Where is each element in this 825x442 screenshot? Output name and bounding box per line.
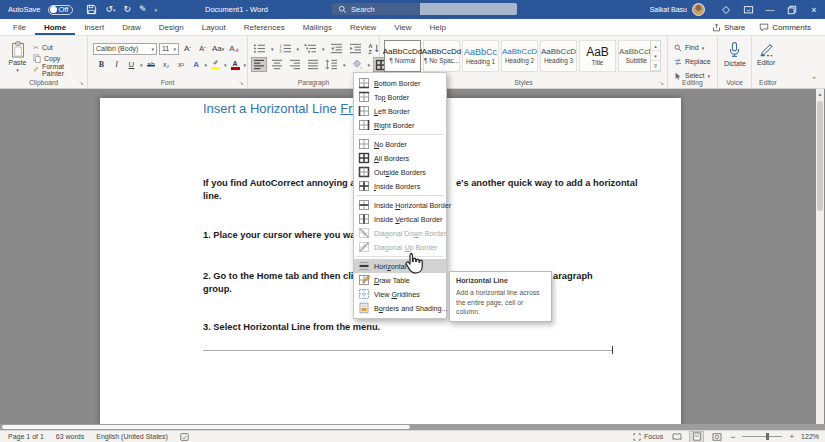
find-button[interactable]: Find▾	[674, 42, 711, 53]
font-color-dropdown-icon[interactable]: ▾	[244, 62, 247, 68]
menu-item-view-gridlines[interactable]: View Gridlines	[354, 287, 446, 301]
share-button[interactable]: Share	[712, 23, 745, 32]
word-count[interactable]: 63 words	[56, 433, 84, 440]
paste-dropdown-icon[interactable]: ▾	[16, 67, 19, 73]
justify-button[interactable]	[306, 58, 320, 71]
menu-item-draw-table[interactable]: Draw Table	[354, 273, 446, 287]
shrink-font-button[interactable]: Aˇ	[196, 42, 209, 55]
undo-icon[interactable]: ↺▾	[105, 5, 115, 14]
strikethrough-button[interactable]: ab	[145, 58, 158, 71]
change-case-button[interactable]: Aa▾	[211, 42, 225, 55]
text-effects-button[interactable]: A	[190, 58, 203, 71]
menu-item-top-border[interactable]: Top Border	[354, 90, 446, 104]
highlight-button[interactable]: ✐	[209, 58, 222, 71]
styles-scroll-up-icon[interactable]: ▴	[651, 41, 660, 51]
shading-dropdown-icon[interactable]: ▾	[368, 62, 371, 68]
user-name[interactable]: Saikat Basu	[650, 6, 687, 13]
collapse-ribbon-icon[interactable]: ⌃	[811, 76, 817, 84]
superscript-button[interactable]: x²	[175, 58, 188, 71]
bullet-list-button[interactable]	[252, 42, 267, 55]
restore-button[interactable]	[781, 0, 803, 19]
clear-formatting-button[interactable]: A◢	[227, 42, 240, 55]
tab-view[interactable]: View	[385, 19, 420, 35]
coming-soon-icon[interactable]	[715, 0, 737, 19]
sort-button[interactable]: AZ	[367, 42, 381, 55]
vertical-scrollbar[interactable]: ▲	[816, 89, 824, 424]
editor-button[interactable]: Editor	[757, 41, 775, 66]
font-size-combo[interactable]: 11▾	[159, 43, 179, 55]
clipboard-dialog-launcher-icon[interactable]: ↘	[79, 79, 84, 86]
autosave-toggle[interactable]: Off	[48, 5, 74, 15]
menu-item-left-border[interactable]: Left Border	[354, 104, 446, 118]
zoom-in-button[interactable]: +	[789, 432, 794, 441]
zoom-slider-thumb[interactable]	[766, 433, 769, 440]
format-painter-button[interactable]: ✐Format Painter	[33, 64, 87, 75]
font-name-combo[interactable]: Calibri (Body)▾	[93, 43, 157, 55]
style-card-normal[interactable]: AaBbCcDd¶ Normal	[384, 40, 421, 72]
font-color-button[interactable]: A	[229, 58, 242, 71]
pen-icon[interactable]: ✎	[139, 5, 147, 14]
menu-item-no-border[interactable]: No Border	[354, 137, 446, 151]
replace-button[interactable]: Replace	[674, 56, 711, 67]
search-box[interactable]: Search	[332, 3, 517, 15]
underline-dropdown-icon[interactable]: ▾	[140, 62, 143, 68]
grow-font-button[interactable]: Aˆ	[181, 42, 194, 55]
zoom-slider[interactable]	[742, 436, 782, 437]
focus-mode-button[interactable]: Focus	[633, 433, 663, 441]
page-count[interactable]: Page 1 of 1	[8, 433, 44, 440]
style-card-heading-3[interactable]: AaBbCcDHeading 3	[540, 40, 577, 72]
zoom-level[interactable]: 122%	[801, 433, 819, 440]
menu-item-outside-borders[interactable]: Outside Borders	[354, 165, 446, 179]
print-layout-icon[interactable]	[690, 432, 703, 442]
tab-draw[interactable]: Draw	[113, 19, 150, 35]
menu-item-horizontal-line[interactable]: Horizontal Line	[354, 259, 446, 273]
multilevel-list-button[interactable]	[303, 42, 318, 55]
subscript-button[interactable]: x₂	[160, 58, 173, 71]
menu-item-borders-and-shading[interactable]: Borders and Shading...	[354, 301, 446, 315]
scroll-up-icon[interactable]: ▲	[816, 91, 824, 97]
increase-indent-button[interactable]	[348, 42, 363, 55]
tab-review[interactable]: Review	[341, 19, 385, 35]
tab-design[interactable]: Design	[150, 19, 193, 35]
proofing-icon[interactable]	[180, 433, 189, 441]
comments-button[interactable]: Comments	[759, 23, 811, 32]
style-card-title[interactable]: AaBTitle	[579, 40, 616, 72]
cut-button[interactable]: ✂Cut	[33, 42, 53, 53]
tab-insert[interactable]: Insert	[75, 19, 113, 35]
menu-item-inside-vertical-border[interactable]: Inside Vertical Border	[354, 212, 446, 226]
read-mode-icon[interactable]	[670, 432, 683, 442]
text-effects-dropdown-icon[interactable]: ▾	[205, 62, 208, 68]
align-left-button[interactable]	[252, 58, 266, 71]
highlight-dropdown-icon[interactable]: ▾	[224, 62, 227, 68]
tab-home[interactable]: Home	[35, 19, 75, 35]
style-card-heading-2[interactable]: AaBbCcDHeading 2	[501, 40, 538, 72]
dictate-button[interactable]: Dictate	[724, 41, 746, 67]
zoom-out-button[interactable]: −	[730, 432, 735, 442]
numbered-list-button[interactable]: 123	[278, 42, 293, 55]
ribbon-display-options-icon[interactable]	[737, 0, 759, 19]
close-button[interactable]: ×	[803, 0, 825, 19]
web-layout-icon[interactable]	[710, 432, 723, 442]
paste-button[interactable]: Paste ▾	[5, 41, 30, 83]
align-center-button[interactable]	[270, 58, 284, 71]
save-icon[interactable]	[86, 4, 97, 15]
tab-help[interactable]: Help	[420, 19, 454, 35]
shading-button[interactable]	[350, 58, 364, 71]
styles-more-icon[interactable]: ⊽	[651, 61, 660, 71]
underline-button[interactable]: U	[125, 58, 138, 71]
styles-scroll-down-icon[interactable]: ▾	[651, 51, 660, 61]
menu-item-inside-horizontal-border[interactable]: Inside Horizontal Border	[354, 198, 446, 212]
italic-button[interactable]: I	[110, 58, 123, 71]
menu-item-all-borders[interactable]: All Borders	[354, 151, 446, 165]
menu-item-bottom-border[interactable]: Bottom Border	[354, 76, 446, 90]
style-card-no-spac[interactable]: AaBbCcDd¶ No Spac...	[423, 40, 460, 72]
menu-item-inside-borders[interactable]: Inside Borders	[354, 179, 446, 193]
tab-references[interactable]: References	[235, 19, 294, 35]
avatar[interactable]	[692, 3, 705, 16]
bold-button[interactable]: B	[95, 58, 108, 71]
line-spacing-button[interactable]	[324, 58, 339, 71]
tab-mailings[interactable]: Mailings	[294, 19, 341, 35]
font-dialog-launcher-icon[interactable]: ↘	[239, 79, 244, 86]
search-box-field[interactable]	[420, 3, 517, 15]
vertical-scrollbar-thumb[interactable]	[817, 101, 823, 211]
